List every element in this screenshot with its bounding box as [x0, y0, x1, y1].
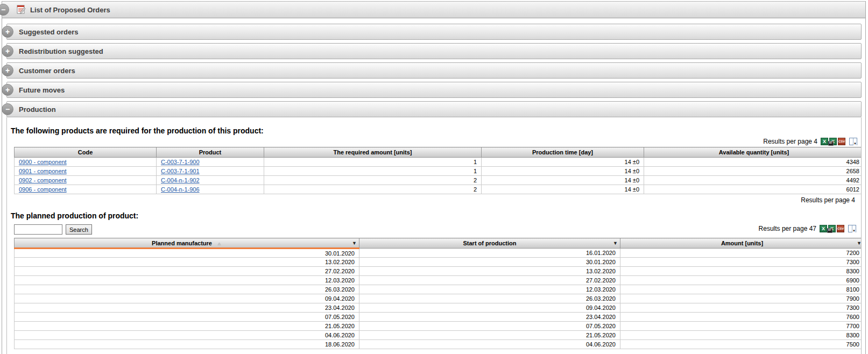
- table-cell: 7600: [620, 313, 862, 322]
- table-cell: 2658: [644, 167, 862, 176]
- section-label: Customer orders: [19, 67, 75, 75]
- table-cell: 7500: [620, 340, 862, 349]
- section-future-moves[interactable]: + Future moves: [6, 82, 862, 98]
- section-production[interactable]: − Production: [6, 101, 862, 117]
- planned-table-row: 27.02.202013.02.20208300: [15, 267, 862, 276]
- table-cell: 12.03.2020: [15, 276, 359, 285]
- expand-icon[interactable]: +: [2, 45, 13, 57]
- column-menu-dropdown-icon[interactable]: ▼: [352, 240, 357, 246]
- column-header-code[interactable]: Code: [15, 147, 157, 158]
- list-of-proposed-orders-page: − List of Proposed Orders + Suggested or…: [2, 1, 866, 354]
- cell-link[interactable]: C-003-7-1-900: [161, 159, 200, 165]
- column-label: Amount [units]: [721, 240, 763, 246]
- table-cell: 04.06.2020: [359, 340, 620, 349]
- table-cell: 8300: [620, 267, 862, 276]
- components-table-row: 0901 - componentC-003-7-1-901114 ±02658: [15, 167, 862, 176]
- table-cell: 7300: [620, 258, 862, 267]
- section-label: Redistribution suggested: [19, 47, 103, 55]
- planned-table-row: 26.03.202012.03.20208100: [15, 285, 862, 294]
- table-cell: 26.03.2020: [15, 285, 359, 294]
- column-header-product[interactable]: Product: [157, 147, 264, 158]
- table-cell: C-004-n-1-902: [157, 176, 264, 185]
- planned-table-row: 12.03.202027.02.20206900: [15, 276, 862, 285]
- table-cell: C-003-7-1-900: [157, 158, 264, 167]
- chevron-down-icon: ▼: [852, 229, 856, 232]
- column-header-production-time[interactable]: Production time [day]: [482, 147, 644, 158]
- table-cell: 8100: [620, 285, 862, 294]
- column-picker-icon[interactable]: ▼: [848, 225, 856, 232]
- production-panel: The following products are required for …: [6, 117, 862, 354]
- cell-link[interactable]: 0901 - component: [19, 168, 67, 174]
- table-cell: 27.02.2020: [359, 276, 620, 285]
- chevron-down-icon: ▼: [853, 142, 857, 145]
- table-cell: 23.04.2020: [359, 313, 620, 322]
- table-cell: 14 ±0: [482, 167, 644, 176]
- table-cell: 14 ±0: [482, 158, 644, 167]
- components-table-header-row: Code Product The required amount [units]…: [15, 147, 862, 158]
- column-menu-dropdown-icon[interactable]: ▼: [613, 240, 618, 246]
- page-collapse-toggle[interactable]: −: [0, 4, 9, 16]
- expand-icon[interactable]: +: [2, 84, 13, 96]
- column-header-planned-manufacture[interactable]: Planned manufacture ▲ ▼: [15, 238, 359, 249]
- expand-icon[interactable]: +: [2, 65, 13, 76]
- table-cell: 13.02.2020: [15, 258, 359, 267]
- column-header-start-of-production[interactable]: Start of production ▼: [359, 238, 620, 249]
- planned-results-toolbar: Results per page 47 X X07 CSV ▼: [759, 224, 856, 233]
- column-header-available-quantity[interactable]: Available quantity [units]: [644, 147, 862, 158]
- table-cell: 7300: [620, 303, 862, 313]
- table-cell: 12.03.2020: [359, 285, 620, 294]
- planned-table-row: 18.06.202004.06.20207500: [15, 340, 862, 349]
- table-cell: 6012: [644, 185, 862, 194]
- search-button[interactable]: Search: [66, 224, 92, 235]
- table-cell: 09.04.2020: [15, 294, 359, 303]
- cell-link[interactable]: 0900 - component: [19, 159, 67, 165]
- section-suggested-orders[interactable]: + Suggested orders: [6, 24, 862, 40]
- export-csv-icon[interactable]: CSV: [838, 138, 845, 145]
- table-cell: 07.05.2020: [15, 313, 359, 322]
- section-customer-orders[interactable]: + Customer orders: [6, 62, 862, 79]
- results-per-page-label: Results per page 4: [763, 138, 817, 145]
- export-excel-icon[interactable]: X: [820, 225, 827, 232]
- sort-ascending-icon: ▲: [217, 241, 222, 246]
- export-csv-icon[interactable]: CSV: [837, 225, 844, 232]
- table-cell: 13.02.2020: [359, 267, 620, 276]
- table-cell: 0906 - component: [15, 185, 157, 194]
- components-table-row: 0902 - componentC-004-n-1-902214 ±04492: [15, 176, 862, 185]
- table-cell: 14 ±0: [482, 185, 644, 194]
- export-excel-all-icon[interactable]: X07: [829, 138, 837, 145]
- table-cell: 14 ±0: [482, 176, 644, 185]
- excel-badge: 07: [828, 141, 834, 146]
- column-header-amount-units[interactable]: Amount [units] ▼: [620, 238, 862, 249]
- column-header-required-amount[interactable]: The required amount [units]: [264, 147, 482, 158]
- planned-table-row: 13.02.202030.01.20207300: [15, 258, 862, 267]
- table-cell: 0901 - component: [15, 167, 157, 176]
- export-excel-all-icon[interactable]: X07: [828, 225, 836, 232]
- section-label: Production: [19, 105, 56, 114]
- table-cell: C-003-7-1-901: [157, 167, 264, 176]
- table-cell: 1: [264, 158, 482, 167]
- table-cell: 8300: [620, 331, 862, 340]
- cell-link[interactable]: C-003-7-1-901: [161, 168, 200, 174]
- components-heading: The following products are required for …: [11, 126, 858, 135]
- table-cell: 09.04.2020: [359, 303, 620, 313]
- collapse-icon[interactable]: −: [2, 103, 13, 115]
- components-results-toolbar: Results per page 4 X X07 CSV ▼: [11, 137, 857, 146]
- table-cell: 4492: [644, 176, 862, 185]
- export-excel-icon[interactable]: X: [821, 138, 828, 145]
- table-cell: 6900: [620, 276, 862, 285]
- column-menu-dropdown-icon[interactable]: ▼: [857, 240, 862, 246]
- search-input[interactable]: [14, 224, 62, 235]
- table-cell: 0902 - component: [15, 176, 157, 185]
- table-cell: 1: [264, 167, 482, 176]
- table-cell: 7900: [620, 294, 862, 303]
- cell-link[interactable]: C-004-n-1-902: [161, 177, 200, 183]
- section-redistribution-suggested[interactable]: + Redistribution suggested: [6, 43, 862, 59]
- column-label: Planned manufacture: [152, 240, 212, 246]
- expand-icon[interactable]: +: [2, 26, 13, 38]
- cell-link[interactable]: 0902 - component: [19, 177, 67, 183]
- cell-link[interactable]: 0906 - component: [19, 186, 67, 193]
- column-picker-icon[interactable]: ▼: [849, 138, 857, 145]
- excel-badge: 07: [827, 228, 832, 233]
- cell-link[interactable]: C-004-n-1-906: [161, 186, 200, 193]
- table-cell: 18.06.2020: [15, 340, 359, 349]
